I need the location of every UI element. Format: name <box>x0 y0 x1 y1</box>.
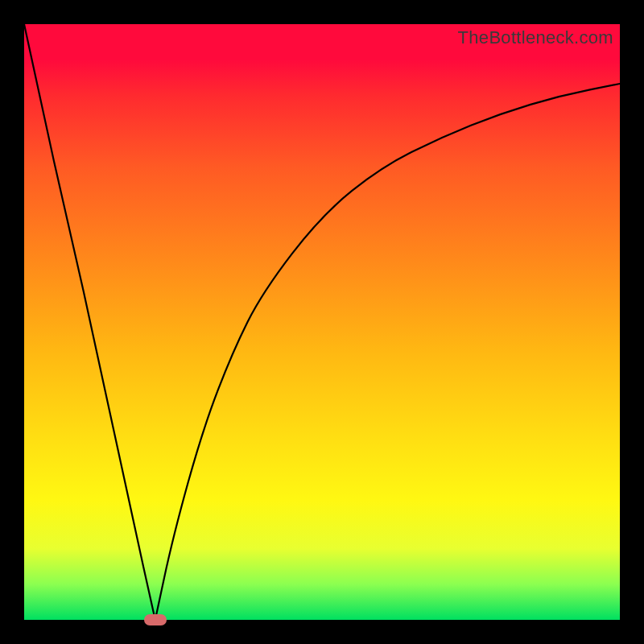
optimum-marker <box>144 614 167 625</box>
watermark-text: TheBottleneck.com <box>458 27 613 48</box>
bottleneck-curve <box>24 24 620 620</box>
chart-area: TheBottleneck.com <box>24 24 620 620</box>
